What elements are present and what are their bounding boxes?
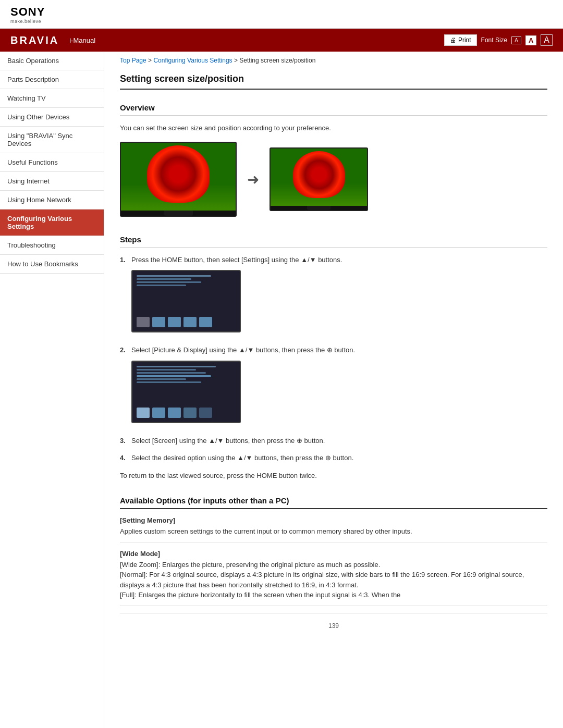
step-3-text: Select [Screen] using the ▲/▼ buttons, t…: [131, 437, 325, 445]
breadcrumb-top-page[interactable]: Top Page: [120, 57, 146, 64]
nav-right: 🖨 Print Font Size A A A: [444, 34, 553, 46]
option-wide-mode-desc: [Wide Zoom]: Enlarges the picture, prese…: [120, 560, 547, 600]
step-4: 4. Select the desired option using the ▲…: [120, 453, 547, 463]
option-setting-memory-name: [Setting Memory]: [120, 516, 547, 524]
option-wide-mode-name: [Wide Mode]: [120, 550, 547, 558]
page-title: Setting screen size/position: [120, 68, 547, 90]
step-3-content: Select [Screen] using the ▲/▼ buttons, t…: [131, 436, 547, 446]
step-1-text: Press the HOME button, then select [Sett…: [131, 256, 342, 264]
sidebar-item-parts-description[interactable]: Parts Description: [0, 70, 104, 89]
nav-bar: BRAVIA i-Manual 🖨 Print Font Size A A A: [0, 29, 563, 52]
option-setting-memory: [Setting Memory] Applies custom screen s…: [120, 516, 547, 542]
step-1-image: [131, 270, 547, 332]
available-options-title: Available Options (for inputs other than…: [120, 491, 547, 509]
font-medium-button[interactable]: A: [525, 35, 536, 45]
page-footer: 139: [120, 613, 547, 638]
step-1: 1. Press the HOME button, then select [S…: [120, 255, 547, 338]
images-row: ➜: [120, 142, 547, 217]
step-2-content: Select [Picture & Display] using the ▲/▼…: [131, 345, 547, 428]
steps-list: 1. Press the HOME button, then select [S…: [120, 255, 547, 463]
sidebar-item-bravia-sync[interactable]: Using "BRAVIA" Sync Devices: [0, 127, 104, 153]
breadcrumb-sep1: >: [146, 57, 154, 64]
header: SONY make.believe: [0, 0, 563, 29]
font-size-label: Font Size: [481, 36, 508, 44]
breadcrumb-configuring[interactable]: Configuring Various Settings: [153, 57, 232, 64]
arrow-right-icon: ➜: [247, 171, 259, 188]
steps-title: Steps: [120, 230, 547, 248]
sidebar-item-watching-tv[interactable]: Watching TV: [0, 89, 104, 108]
print-icon: 🖨: [450, 36, 456, 44]
tv-image-before: [120, 142, 237, 217]
sony-logo: SONY make.believe: [10, 6, 553, 24]
step-1-num: 1.: [120, 255, 127, 338]
step-4-content: Select the desired option using the ▲/▼ …: [131, 453, 547, 463]
nav-left: BRAVIA i-Manual: [10, 34, 95, 46]
sidebar-item-how-to-use-bookmarks[interactable]: How to Use Bookmarks: [0, 255, 104, 274]
i-manual-label: i-Manual: [69, 36, 95, 44]
sidebar-item-using-other-devices[interactable]: Using Other Devices: [0, 108, 104, 127]
sidebar-item-configuring-settings[interactable]: Configuring Various Settings: [0, 209, 104, 236]
step-4-text: Select the desired option using the ▲/▼ …: [131, 454, 353, 462]
step-2-text: Select [Picture & Display] using the ▲/▼…: [131, 346, 355, 354]
bravia-logo: BRAVIA: [10, 34, 59, 46]
sidebar-item-basic-operations[interactable]: Basic Operations: [0, 52, 104, 70]
step-2-image: [131, 361, 547, 423]
tv-image-after: [270, 147, 368, 212]
step-3-num: 3.: [120, 436, 127, 446]
step-2-num: 2.: [120, 345, 127, 428]
breadcrumb-sep2: >: [232, 57, 240, 64]
overview-title: Overview: [120, 98, 547, 116]
sidebar-item-using-internet[interactable]: Using Internet: [0, 172, 104, 191]
sidebar-item-using-home-network[interactable]: Using Home Network: [0, 191, 104, 209]
breadcrumb-current: Setting screen size/position: [239, 57, 315, 64]
breadcrumb: Top Page > Configuring Various Settings …: [120, 52, 547, 68]
main-content: Top Page > Configuring Various Settings …: [104, 52, 563, 728]
step-2: 2. Select [Picture & Display] using the …: [120, 345, 547, 428]
font-large-button[interactable]: A: [541, 34, 553, 46]
sidebar: Basic Operations Parts Description Watch…: [0, 52, 104, 728]
sidebar-item-useful-functions[interactable]: Useful Functions: [0, 153, 104, 172]
print-button[interactable]: 🖨 Print: [444, 34, 477, 46]
option-wide-mode: [Wide Mode] [Wide Zoom]: Enlarges the pi…: [120, 550, 547, 606]
sidebar-item-troubleshooting[interactable]: Troubleshooting: [0, 236, 104, 255]
print-label: Print: [458, 36, 471, 44]
overview-text: You can set the screen size and position…: [120, 123, 547, 133]
step-1-content: Press the HOME button, then select [Sett…: [131, 255, 547, 338]
page-number: 139: [328, 622, 339, 630]
layout: Basic Operations Parts Description Watch…: [0, 52, 563, 728]
option-setting-memory-desc: Applies custom screen settings to the cu…: [120, 526, 547, 537]
step-4-num: 4.: [120, 453, 127, 463]
font-small-button[interactable]: A: [511, 36, 521, 44]
return-text: To return to the last viewed source, pre…: [120, 471, 547, 481]
step-3: 3. Select [Screen] using the ▲/▼ buttons…: [120, 436, 547, 446]
